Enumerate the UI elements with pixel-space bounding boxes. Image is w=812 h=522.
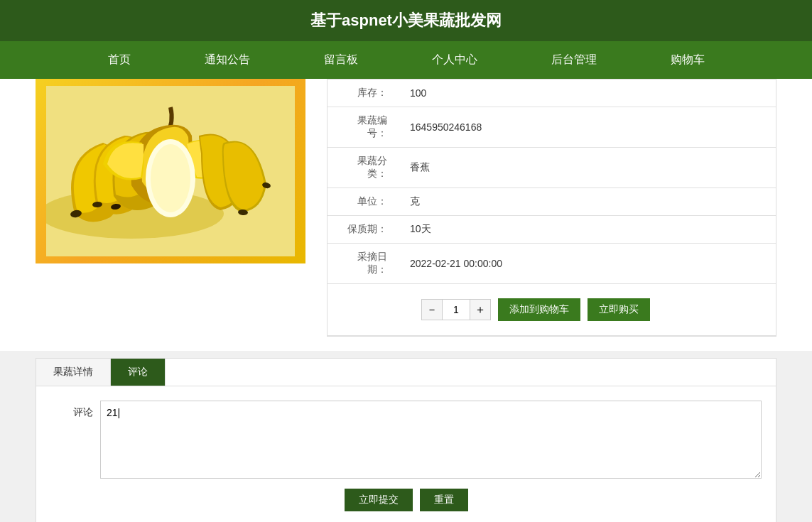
quantity-control: － ＋ [421, 299, 491, 320]
shelf-life-row: 保质期： 10天 [327, 216, 776, 244]
stock-label: 库存： [327, 80, 399, 107]
shelf-life-label: 保质期： [327, 216, 399, 244]
comment-buttons: 立即提交 重置 [50, 489, 762, 511]
site-title: 基于aspnet小美果蔬批发网 [310, 11, 502, 29]
stock-row: 库存： 100 [327, 80, 776, 107]
quantity-input[interactable] [442, 300, 470, 320]
tab-comment[interactable]: 评论 [111, 359, 166, 386]
product-details: 库存： 100 果蔬编号： 1645950246168 果蔬分类： 香蕉 单位：… [327, 79, 776, 337]
harvest-value: 2022-02-21 00:00:00 [399, 244, 776, 284]
product-image [36, 79, 305, 263]
harvest-row: 采摘日期： 2022-02-21 00:00:00 [327, 244, 776, 284]
reset-comment-button[interactable]: 重置 [420, 489, 468, 511]
buy-now-button[interactable]: 立即购买 [588, 298, 650, 321]
tab-product-detail[interactable]: 果蔬详情 [36, 359, 111, 386]
comment-form: 评论 21| [50, 401, 762, 479]
tabs-section: 果蔬详情 评论 评论 21| 立即提交 重置 上一页 下一页 [36, 358, 776, 522]
shelf-life-value: 10天 [399, 216, 776, 244]
product-area: 库存： 100 果蔬编号： 1645950246168 果蔬分类： 香蕉 单位：… [0, 79, 812, 351]
unit-value: 克 [399, 188, 776, 216]
unit-row: 单位： 克 [327, 188, 776, 216]
category-label: 果蔬分类： [327, 148, 399, 188]
comment-textarea[interactable]: 21| [100, 401, 762, 479]
add-to-cart-button[interactable]: 添加到购物车 [498, 298, 580, 321]
product-image-container [36, 79, 305, 263]
nav-item-cart[interactable]: 购物车 [634, 41, 742, 79]
category-value: 香蕉 [399, 148, 776, 188]
site-header: 基于aspnet小美果蔬批发网 [0, 0, 812, 41]
id-value: 1645950246168 [399, 107, 776, 148]
submit-comment-button[interactable]: 立即提交 [345, 489, 413, 511]
product-section: 库存： 100 果蔬编号： 1645950246168 果蔬分类： 香蕉 单位：… [0, 79, 812, 351]
category-row: 果蔬分类： 香蕉 [327, 148, 776, 188]
id-row: 果蔬编号： 1645950246168 [327, 107, 776, 148]
action-row: － ＋ 添加到购物车 立即购买 [327, 284, 776, 336]
nav-item-notice[interactable]: 通知公告 [168, 41, 287, 79]
comment-label: 评论 [50, 401, 93, 419]
action-controls: － ＋ 添加到购物车 立即购买 [410, 291, 764, 328]
banana-svg [46, 86, 295, 256]
nav-item-admin[interactable]: 后台管理 [514, 41, 634, 79]
nav-bar: 首页 通知公告 留言板 个人中心 后台管理 购物车 [0, 41, 812, 79]
nav-item-profile[interactable]: 个人中心 [395, 41, 514, 79]
comment-section: 评论 21| 立即提交 重置 [36, 386, 776, 522]
nav-item-message[interactable]: 留言板 [287, 41, 395, 79]
quantity-increase-button[interactable]: ＋ [470, 300, 490, 320]
quantity-decrease-button[interactable]: － [422, 300, 442, 320]
unit-label: 单位： [327, 188, 399, 216]
id-label: 果蔬编号： [327, 107, 399, 148]
detail-table: 库存： 100 果蔬编号： 1645950246168 果蔬分类： 香蕉 单位：… [327, 80, 776, 336]
stock-value: 100 [399, 80, 776, 107]
svg-point-3 [151, 144, 190, 212]
nav-item-home[interactable]: 首页 [71, 41, 168, 79]
harvest-label: 采摘日期： [327, 244, 399, 284]
tabs-header: 果蔬详情 评论 [36, 359, 776, 386]
